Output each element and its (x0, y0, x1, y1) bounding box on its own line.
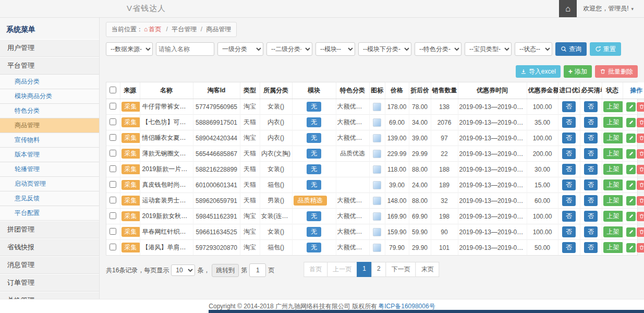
row-checkbox[interactable] (110, 134, 116, 141)
must-buy-toggle-button[interactable]: 否 (584, 195, 598, 206)
status-button[interactable]: 上架 (603, 148, 623, 159)
import-toggle-button[interactable]: 否 (562, 117, 576, 128)
must-buy-toggle-button[interactable]: 否 (584, 117, 598, 128)
must-buy-toggle-button[interactable]: 否 (584, 211, 598, 222)
must-buy-toggle-button[interactable]: 否 (584, 164, 598, 175)
page-link[interactable]: 末页 (416, 262, 440, 277)
filter-select-module[interactable]: --模块-- (315, 42, 355, 56)
sidebar-item-user-manage[interactable]: 用户管理 (0, 39, 99, 57)
delete-button[interactable] (637, 180, 644, 190)
status-button[interactable]: 上架 (603, 117, 623, 128)
icp-link[interactable]: 粤ICP备16098006号 (378, 302, 435, 311)
row-checkbox[interactable] (110, 228, 116, 235)
sidebar-item-platform-manage[interactable]: 平台管理 (0, 57, 99, 75)
breadcrumb-home-link[interactable]: ⌂首页 (144, 26, 161, 33)
jump-button[interactable]: 跳转到 (212, 264, 239, 277)
row-checkbox[interactable] (110, 165, 116, 172)
sidebar-item-splash-manage[interactable]: 启动页管理 (0, 177, 99, 191)
edit-button[interactable] (626, 227, 636, 237)
sidebar-item-goods-category[interactable]: 商品分类 (0, 75, 99, 89)
page-number-input[interactable] (249, 263, 266, 277)
batch-delete-button[interactable]: 批量删除 (595, 65, 638, 78)
must-buy-toggle-button[interactable]: 否 (584, 179, 598, 190)
delete-button[interactable] (637, 134, 644, 143)
status-button[interactable]: 上架 (603, 242, 623, 253)
add-button[interactable]: + 添加 (564, 65, 592, 78)
filter-select-module-sub-category[interactable]: --模块下分类-- (358, 42, 411, 56)
filter-select-item-type[interactable]: --宝贝类型-- (465, 42, 512, 56)
page-link[interactable]: 上一页 (327, 262, 357, 277)
delete-button[interactable] (637, 165, 644, 174)
page-link[interactable]: 2 (371, 262, 386, 277)
status-button[interactable]: 上架 (603, 211, 623, 222)
sidebar-item-group-manage[interactable]: 拼团管理 (0, 221, 99, 238)
import-toggle-button[interactable]: 否 (562, 179, 576, 190)
must-buy-toggle-button[interactable]: 否 (584, 226, 598, 237)
user-menu[interactable]: 欢迎您，管理员! ▾ (577, 0, 644, 17)
row-checkbox[interactable] (110, 103, 116, 110)
import-excel-button[interactable]: 导入excel (516, 65, 561, 78)
sidebar-item-saving-express[interactable]: 省钱快报 (0, 238, 99, 256)
edit-button[interactable] (626, 149, 636, 159)
status-button[interactable]: 上架 (603, 226, 623, 237)
must-buy-toggle-button[interactable]: 否 (584, 242, 598, 253)
must-buy-toggle-button[interactable]: 否 (584, 133, 598, 143)
select-all-checkbox[interactable] (110, 87, 116, 93)
import-toggle-button[interactable]: 否 (562, 148, 576, 159)
reset-button[interactable]: 重置 (590, 42, 621, 56)
import-toggle-button[interactable]: 否 (562, 101, 576, 112)
page-current[interactable]: 1 (357, 262, 372, 277)
edit-button[interactable] (626, 180, 636, 190)
sidebar-item-version-manage[interactable]: 版本管理 (0, 148, 99, 162)
status-button[interactable]: 上架 (603, 101, 623, 112)
filter-select-data-source[interactable]: --数据来源-- (106, 42, 153, 56)
status-button[interactable]: 上架 (603, 133, 623, 143)
home-button[interactable]: ⌂ (559, 0, 577, 17)
sidebar-item-platform-config[interactable]: 平台配置 (0, 206, 99, 221)
row-checkbox[interactable] (110, 181, 116, 188)
delete-button[interactable] (637, 243, 644, 252)
sidebar-item-exchange-manage[interactable]: 兑换管理 (0, 292, 99, 299)
edit-button[interactable] (626, 243, 636, 252)
edit-button[interactable] (626, 102, 636, 112)
page-link[interactable]: 首页 (303, 262, 327, 277)
filter-select-level1-category[interactable]: 一级分类 (217, 42, 263, 56)
delete-button[interactable] (637, 149, 644, 159)
filter-input-name[interactable] (156, 42, 214, 56)
row-checkbox[interactable] (110, 244, 116, 250)
import-toggle-button[interactable]: 否 (562, 164, 576, 175)
row-checkbox[interactable] (110, 197, 116, 203)
delete-button[interactable] (637, 118, 644, 127)
sidebar-item-goods-manage[interactable]: 商品管理 (0, 118, 99, 133)
sidebar-item-message-manage[interactable]: 消息管理 (0, 256, 99, 274)
sidebar-item-promo-material[interactable]: 宣传物料 (0, 133, 99, 148)
page-link[interactable]: 下一页 (386, 262, 416, 277)
search-button[interactable]: 查询 (555, 42, 587, 56)
edit-button[interactable] (626, 212, 636, 221)
delete-button[interactable] (637, 227, 644, 237)
import-toggle-button[interactable]: 否 (562, 211, 576, 222)
status-button[interactable]: 上架 (603, 179, 623, 190)
row-checkbox[interactable] (110, 212, 116, 219)
sidebar-item-module-goods-category[interactable]: 模块商品分类 (0, 89, 99, 104)
import-toggle-button[interactable]: 否 (562, 133, 576, 143)
edit-button[interactable] (626, 196, 636, 206)
delete-button[interactable] (637, 102, 644, 112)
per-page-select[interactable]: 10 (171, 264, 195, 276)
delete-button[interactable] (637, 212, 644, 221)
sidebar-item-order-manage[interactable]: 订单管理 (0, 274, 99, 292)
row-checkbox[interactable] (110, 118, 116, 125)
import-toggle-button[interactable]: 否 (562, 242, 576, 253)
sidebar-item-feature-category[interactable]: 特色分类 (0, 104, 99, 118)
edit-button[interactable] (626, 165, 636, 174)
row-checkbox[interactable] (110, 150, 116, 156)
import-toggle-button[interactable]: 否 (562, 226, 576, 237)
filter-select-level2-category[interactable]: --二级分类-- (266, 42, 312, 56)
status-button[interactable]: 上架 (603, 195, 623, 206)
sidebar-item-carousel-manage[interactable]: 轮播管理 (0, 162, 99, 177)
sidebar-item-feedback[interactable]: 意见反馈 (0, 191, 99, 206)
edit-button[interactable] (626, 134, 636, 143)
import-toggle-button[interactable]: 否 (562, 195, 576, 206)
delete-button[interactable] (637, 196, 644, 206)
status-button[interactable]: 上架 (603, 164, 623, 175)
